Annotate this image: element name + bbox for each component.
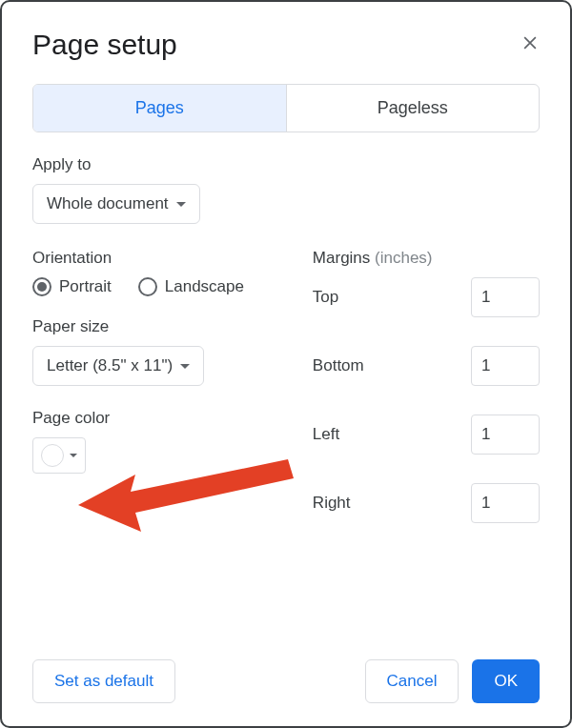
apply-to-label: Apply to	[32, 155, 540, 174]
color-swatch	[41, 444, 64, 467]
radio-icon	[32, 277, 51, 296]
paper-size-label: Paper size	[32, 317, 294, 336]
page-color-label: Page color	[32, 409, 294, 428]
page-color-dropdown[interactable]	[32, 437, 86, 474]
paper-size-value: Letter (8.5" x 11")	[47, 356, 173, 375]
portrait-label: Portrait	[59, 277, 112, 296]
apply-to-value: Whole document	[47, 194, 169, 213]
dialog-footer: Set as default Cancel OK	[32, 640, 540, 703]
caret-down-icon	[176, 202, 186, 207]
dialog-title: Page setup	[32, 29, 177, 61]
set-as-default-button[interactable]: Set as default	[32, 659, 175, 703]
margin-top-input[interactable]	[471, 277, 540, 317]
left-column: Orientation Portrait Landscape Paper siz…	[32, 249, 294, 523]
close-button[interactable]	[521, 33, 540, 56]
landscape-label: Landscape	[165, 277, 244, 296]
title-row: Page setup	[32, 29, 540, 61]
margins-unit: (inches)	[375, 249, 432, 267]
orientation-options: Portrait Landscape	[32, 277, 294, 296]
margin-left-input[interactable]	[471, 415, 540, 455]
orientation-portrait[interactable]: Portrait	[32, 277, 112, 296]
margin-right-label: Right	[313, 494, 452, 513]
radio-icon	[138, 277, 157, 296]
tab-pageless[interactable]: Pageless	[286, 85, 540, 131]
caret-down-icon	[180, 364, 190, 369]
margin-left-label: Left	[313, 425, 452, 444]
margin-bottom-input[interactable]	[471, 346, 540, 386]
margin-right-input[interactable]	[471, 483, 540, 523]
cancel-button[interactable]: Cancel	[365, 659, 460, 703]
caret-down-icon	[70, 454, 77, 457]
margin-bottom-label: Bottom	[313, 356, 452, 375]
ok-button[interactable]: OK	[472, 659, 540, 703]
dialog-content: Apply to Whole document Orientation Port…	[32, 155, 540, 703]
right-column: Margins (inches) Top Bottom Left Right	[313, 249, 540, 523]
close-icon	[521, 33, 540, 52]
margin-top-label: Top	[313, 288, 452, 307]
orientation-landscape[interactable]: Landscape	[138, 277, 244, 296]
page-setup-dialog: Page setup Pages Pageless Apply to Whole…	[0, 0, 572, 728]
apply-to-dropdown[interactable]: Whole document	[32, 184, 200, 224]
paper-size-dropdown[interactable]: Letter (8.5" x 11")	[32, 346, 204, 386]
tabs: Pages Pageless	[32, 84, 540, 132]
margins-label: Margins	[313, 249, 370, 267]
tab-pages[interactable]: Pages	[33, 85, 286, 131]
margins-grid: Top Bottom Left Right	[313, 277, 540, 523]
margins-heading: Margins (inches)	[313, 249, 540, 268]
orientation-label: Orientation	[32, 249, 294, 268]
